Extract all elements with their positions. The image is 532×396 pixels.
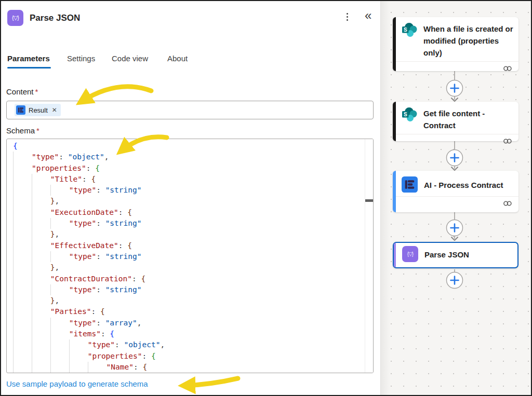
flow-card-trigger[interactable]: S When a file is created or modified (pr… <box>393 17 518 71</box>
content-field-label: Content* <box>6 87 38 96</box>
tab-code-view[interactable]: Code view <box>112 54 148 63</box>
editor-scrollbar[interactable] <box>365 139 373 373</box>
add-step-button <box>447 272 463 289</box>
schema-json-code[interactable]: { "type": "object", "properties": { "Tit… <box>7 141 364 373</box>
schema-field-label: Schema* <box>6 126 39 135</box>
card-title: When a file is created or modified (prop… <box>423 22 514 59</box>
remove-token-icon[interactable]: ✕ <box>52 106 57 114</box>
flow-card-get-file-content[interactable]: S Get file content - Contract <box>393 102 518 141</box>
flow-canvas[interactable]: S When a file is created or modified (pr… <box>380 1 531 395</box>
connection-link-icon <box>503 200 512 207</box>
arrow-to-content <box>81 87 151 102</box>
collapse-panel-icon[interactable]: « <box>365 8 371 23</box>
required-marker: * <box>35 87 38 96</box>
connection-link-icon <box>503 138 512 145</box>
add-step-button <box>447 80 463 97</box>
card-accent-bar <box>393 17 396 71</box>
tab-parameters[interactable]: Parameters <box>7 54 50 63</box>
flow-card-parse-json[interactable]: {▽} Parse JSON <box>393 242 518 268</box>
arrow-to-link <box>184 378 238 386</box>
connection-link-icon <box>503 65 512 72</box>
card-accent-bar <box>393 102 396 141</box>
flow-card-ai-process-contract[interactable]: AI - Process Contract <box>393 171 518 212</box>
card-accent-bar <box>393 171 396 212</box>
parse-json-icon: {▽} <box>7 10 23 26</box>
schema-code-editor[interactable]: { "type": "object", "properties": { "Tit… <box>6 139 374 373</box>
add-step-button <box>447 150 463 166</box>
card-title: Get file content - Contract <box>423 106 514 131</box>
more-options-icon[interactable] <box>347 13 348 21</box>
active-tab-indicator <box>7 67 51 69</box>
svg-text:S: S <box>404 112 407 117</box>
sharepoint-icon: S <box>402 22 417 37</box>
card-title: Parse JSON <box>424 248 469 261</box>
sharepoint-icon: S <box>402 106 417 122</box>
tab-about[interactable]: About <box>167 54 188 63</box>
card-title: AI - Process Contract <box>424 178 503 191</box>
add-step-button <box>447 220 463 236</box>
ai-builder-icon <box>16 105 25 115</box>
result-token-chip[interactable]: Result ✕ <box>15 104 61 116</box>
content-input[interactable]: Result ✕ <box>6 101 374 119</box>
token-label: Result <box>29 106 48 114</box>
required-marker: * <box>36 126 39 135</box>
ai-builder-icon <box>402 176 418 193</box>
page-title: Parse JSON <box>30 13 80 23</box>
parse-json-action-window: {▽} Parse JSON « Parameters Settings Cod… <box>0 0 532 396</box>
scrollbar-thumb[interactable] <box>365 199 373 202</box>
use-sample-payload-link[interactable]: Use sample payload to generate schema <box>6 379 148 388</box>
parse-json-icon: {▽} <box>402 246 418 262</box>
card-accent-bar <box>394 243 396 267</box>
tab-settings[interactable]: Settings <box>67 54 95 63</box>
svg-text:S: S <box>404 27 407 33</box>
